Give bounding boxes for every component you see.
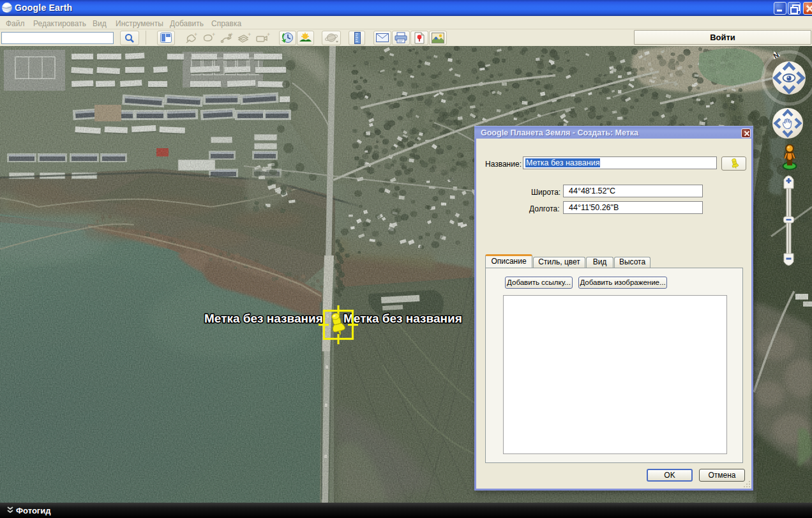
svg-text:+: + (212, 32, 215, 38)
svg-text:Метка без названия: Метка без названия (204, 312, 323, 325)
svg-text:Метка без названия: Метка без названия (343, 312, 462, 325)
svg-text:+: + (248, 32, 251, 38)
svg-text:+: + (194, 32, 197, 38)
svg-text:+: + (230, 32, 233, 38)
svg-text:+: + (267, 32, 270, 38)
